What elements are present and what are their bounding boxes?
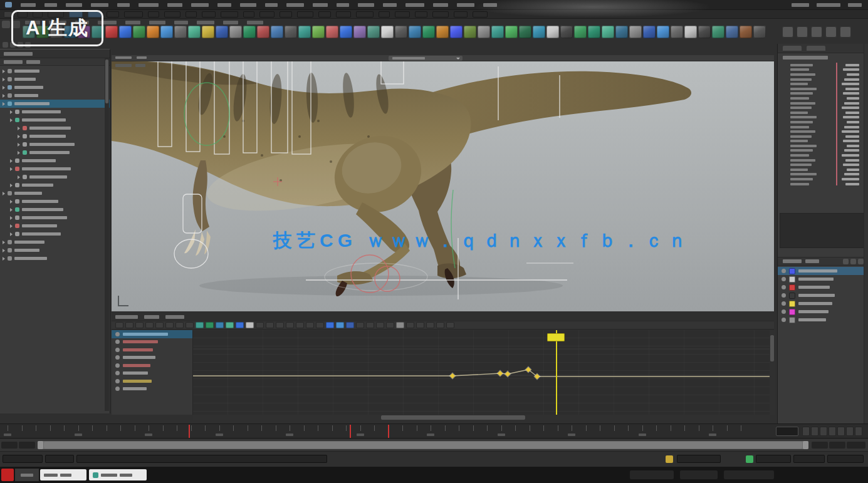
outliner-item[interactable] — [0, 181, 110, 189]
expand-arrow-icon[interactable] — [10, 167, 13, 171]
shelf-icon[interactable] — [353, 26, 366, 38]
playback-button[interactable] — [855, 427, 862, 436]
expand-arrow-icon[interactable] — [3, 192, 5, 195]
expand-arrow-icon[interactable] — [10, 232, 13, 236]
graph-tool-icon[interactable] — [226, 322, 234, 328]
graph-tool-icon[interactable] — [446, 322, 454, 328]
graph-tool-icon[interactable] — [266, 322, 274, 328]
channel-row[interactable] — [778, 96, 868, 101]
menu-item[interactable] — [191, 3, 209, 7]
shelf-icon[interactable] — [395, 26, 407, 38]
graph-tool-icon[interactable] — [135, 322, 144, 328]
visibility-icon[interactable] — [782, 301, 786, 306]
shelf-icon[interactable] — [533, 26, 545, 38]
tab-channel-box[interactable] — [783, 46, 802, 51]
expand-arrow-icon[interactable] — [18, 135, 20, 138]
layer-color-swatch[interactable] — [789, 276, 795, 283]
menu-item[interactable] — [405, 3, 424, 7]
viewport-menu-view[interactable] — [115, 56, 132, 59]
toolbar-field[interactable] — [107, 11, 119, 18]
time-slider[interactable] — [0, 423, 868, 439]
outliner-item[interactable] — [0, 148, 110, 157]
toolbar-field[interactable] — [280, 11, 292, 18]
graph-tool-icon[interactable] — [246, 322, 254, 328]
shelf-icon[interactable] — [712, 26, 724, 38]
expand-arrow-icon[interactable] — [10, 118, 13, 122]
graph-tool-icon[interactable] — [306, 322, 314, 328]
graph-tool-icon[interactable] — [186, 322, 194, 328]
viewport[interactable]: 技艺CG ｗｗｗ．ｑｄｎｘｘｆｂ．ｃｎ — [112, 61, 774, 311]
graph-track[interactable] — [112, 370, 192, 378]
outliner-item[interactable] — [0, 108, 110, 116]
graph-track[interactable] — [112, 361, 192, 370]
channel-row[interactable] — [778, 91, 868, 96]
playback-button[interactable] — [829, 427, 836, 436]
channel-value[interactable] — [843, 92, 859, 95]
menu-item[interactable] — [383, 3, 397, 7]
channel-row[interactable] — [778, 125, 868, 130]
graph-tool-icon[interactable] — [416, 322, 424, 328]
graph-tool-icon[interactable] — [316, 322, 324, 328]
channel-row[interactable] — [778, 63, 868, 68]
viewport-menu-shading[interactable] — [137, 56, 147, 59]
layer-row[interactable] — [778, 308, 868, 316]
range-handle-right[interactable] — [803, 441, 808, 449]
outliner-item[interactable] — [0, 75, 110, 83]
layer-color-swatch[interactable] — [789, 268, 795, 274]
shelf-icon[interactable] — [643, 26, 656, 38]
shelf-icon[interactable] — [753, 26, 766, 38]
command-input[interactable] — [45, 455, 74, 463]
channel-value[interactable] — [845, 183, 859, 185]
toolbar-field[interactable] — [356, 11, 374, 18]
channel-row[interactable] — [778, 105, 868, 110]
channel-value[interactable] — [847, 145, 859, 147]
toolbar-field[interactable] — [318, 11, 331, 18]
timeline-ticks[interactable] — [0, 424, 771, 439]
graph-tool-icon[interactable] — [276, 322, 284, 328]
track-visibility-icon[interactable] — [115, 348, 120, 352]
expand-arrow-icon[interactable] — [3, 257, 5, 261]
menu-item[interactable] — [139, 3, 159, 7]
toolbar-field[interactable] — [124, 11, 143, 18]
graph-tool-icon[interactable] — [396, 322, 404, 328]
graph-tool-icon[interactable] — [286, 322, 294, 328]
channel-box-tabs[interactable] — [778, 44, 868, 53]
outliner-item[interactable] — [0, 222, 110, 230]
channel-value[interactable] — [844, 126, 859, 128]
shelf-icon[interactable] — [629, 26, 642, 38]
graph-canvas[interactable] — [193, 330, 770, 415]
panel-tool-icon[interactable] — [840, 26, 851, 38]
anim-start-field[interactable] — [1, 442, 18, 449]
outliner-item[interactable] — [0, 246, 110, 254]
graph-tool-icon[interactable] — [115, 322, 123, 328]
graph-track[interactable] — [112, 346, 192, 354]
graph-hscroll-thumb[interactable] — [381, 415, 525, 420]
expand-arrow-icon[interactable] — [3, 241, 5, 244]
channel-row[interactable] — [778, 120, 868, 125]
visibility-icon[interactable] — [782, 269, 786, 273]
graph-tool-icon[interactable] — [236, 322, 244, 328]
playback-button[interactable] — [802, 427, 810, 436]
shelf-icon[interactable] — [740, 26, 752, 38]
shelf-icon[interactable] — [257, 26, 269, 38]
layer-row[interactable] — [778, 283, 868, 291]
outliner-menu-display[interactable] — [4, 60, 23, 64]
shelf-tab[interactable] — [223, 21, 238, 24]
channel-value[interactable] — [842, 154, 859, 157]
menu-item[interactable] — [117, 3, 130, 7]
graph-tool-icon[interactable] — [256, 322, 264, 328]
channel-value[interactable] — [843, 116, 859, 118]
menu-item[interactable] — [433, 3, 448, 7]
toolbar-field[interactable] — [186, 11, 197, 18]
outliner-item[interactable] — [0, 157, 110, 165]
new-layer-icon[interactable] — [843, 259, 849, 264]
graph-tool-icon[interactable] — [125, 322, 133, 328]
graph-vscroll-thumb[interactable] — [770, 335, 774, 361]
expand-arrow-icon[interactable] — [3, 70, 5, 73]
shelf-tab[interactable] — [247, 21, 263, 24]
expand-arrow-icon[interactable] — [10, 224, 13, 228]
expand-arrow-icon[interactable] — [10, 200, 13, 204]
layer-row[interactable] — [778, 275, 868, 283]
shelf-icon[interactable] — [105, 26, 118, 38]
playback-button[interactable] — [837, 427, 845, 436]
